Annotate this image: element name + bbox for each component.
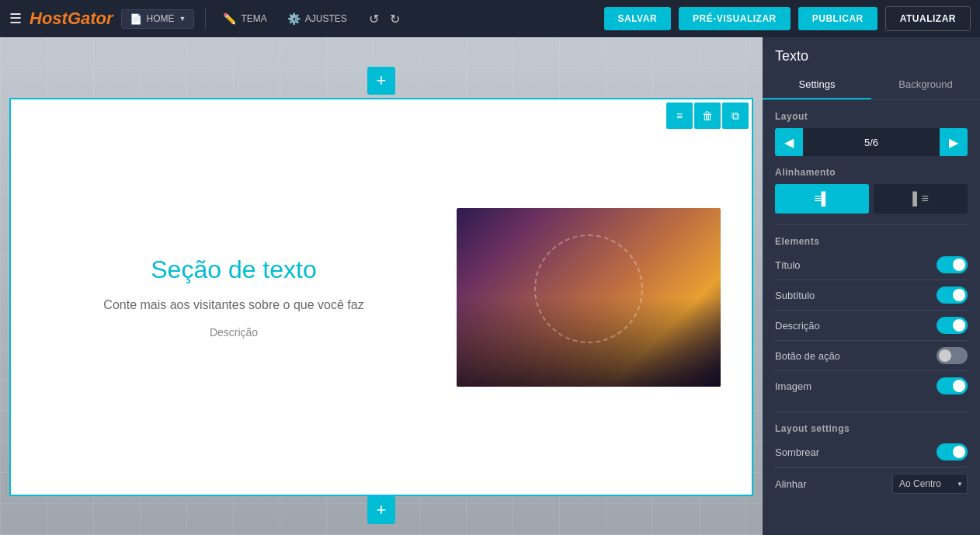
section-image [457, 208, 721, 387]
align-right-text-icon: ▌≡ [912, 192, 929, 206]
toggle-titulo[interactable] [937, 256, 968, 273]
section-title: Seção de texto [151, 255, 316, 284]
align-left-text-button[interactable]: ≡▌ [775, 184, 869, 214]
layout-section: Layout ◀ 5/6 ▶ [763, 100, 980, 167]
align-right-text-button[interactable]: ▌≡ [874, 184, 968, 214]
brush-icon: ✏️ [223, 12, 236, 25]
element-row-imagem: Imagem [775, 371, 968, 401]
salvar-button[interactable]: SALVAR [604, 7, 672, 30]
add-section-top-button[interactable]: + [367, 67, 395, 95]
alinhar-select-wrapper: Ao Centro À Esquerda À Direita ▼ [892, 474, 968, 494]
panel-tabs: Settings Background [763, 71, 980, 100]
atualizar-button[interactable]: ATUALIZAR [885, 6, 971, 31]
element-titulo-label: Título [775, 259, 801, 271]
undo-redo: ↺ ↻ [364, 10, 405, 28]
toggle-descricao[interactable] [937, 317, 968, 334]
layout-nav: ◀ 5/6 ▶ [775, 128, 968, 156]
publicar-button[interactable]: PUBLICAR [798, 7, 877, 30]
section-text-area: Seção de texto Conte mais aos visitantes… [42, 255, 457, 339]
alignment-label: Alinhamento [775, 167, 968, 178]
element-row-subtitulo: Subtítulo [775, 280, 968, 311]
section-delete-button[interactable]: 🗑 [694, 102, 721, 129]
toggle-subtitulo[interactable] [937, 287, 968, 304]
tema-button[interactable]: ✏️ TEMA [217, 9, 273, 28]
doc-icon: 📄 [130, 13, 142, 25]
layout-next-button[interactable]: ▶ [940, 128, 968, 156]
canvas-area: + ≡ 🗑 ⧉ Seção de texto Conte mais aos vi… [0, 37, 763, 535]
page-label: HOME [147, 13, 175, 24]
section-container: ≡ 🗑 ⧉ Seção de texto Conte mais aos visi… [9, 98, 753, 496]
align-left-text-icon: ≡▌ [814, 192, 830, 206]
hamburger-icon[interactable]: ☰ [9, 10, 22, 27]
tab-settings[interactable]: Settings [763, 71, 871, 99]
section-toolbar: ≡ 🗑 ⧉ [666, 102, 749, 129]
layout-label: Layout [775, 111, 968, 122]
alignment-row: ≡▌ ▌≡ [775, 184, 968, 214]
tab-background[interactable]: Background [871, 71, 980, 99]
element-row-titulo: Título [775, 250, 968, 280]
layout-settings-section: Layout settings Sombrear Alinhar Ao Cent… [763, 412, 980, 511]
section-content: Seção de texto Conte mais aos visitantes… [11, 99, 752, 495]
main-area: + ≡ 🗑 ⧉ Seção de texto Conte mais aos vi… [0, 37, 980, 535]
section-duplicate-button[interactable]: ⧉ [722, 102, 749, 129]
ajustes-button[interactable]: ⚙️ AJUSTES [281, 9, 353, 28]
page-selector[interactable]: 📄 HOME ▼ [121, 9, 195, 29]
element-row-botao: Botão de ação [775, 341, 968, 371]
element-row-descricao: Descrição [775, 311, 968, 341]
chevron-down-icon: ▼ [179, 15, 186, 23]
right-panel: Texto Settings Background Layout ◀ 5/6 ▶… [763, 37, 980, 535]
topnav: ☰ HostGator 📄 HOME ▼ ✏️ TEMA ⚙️ AJUSTES … [0, 0, 980, 37]
layout-value: 5/6 [803, 137, 940, 148]
alignment-section: Alinhamento ≡▌ ▌≡ [763, 167, 980, 224]
undo-button[interactable]: ↺ [364, 10, 384, 28]
sombrear-label: Sombrear [775, 446, 819, 458]
elements-label: Elements [775, 236, 968, 247]
sombrear-row: Sombrear [775, 437, 968, 467]
logo: HostGator [30, 9, 113, 29]
nav-divider [205, 8, 206, 30]
gear-icon: ⚙️ [287, 12, 301, 25]
section-description: Descrição [210, 326, 258, 339]
element-imagem-label: Imagem [775, 380, 811, 392]
alinhar-row: Alinhar Ao Centro À Esquerda À Direita ▼ [775, 467, 968, 500]
layout-prev-button[interactable]: ◀ [775, 128, 803, 156]
redo-button[interactable]: ↻ [385, 10, 405, 28]
add-section-bottom-button[interactable]: + [367, 496, 395, 524]
section-subtitle: Conte mais aos visitantes sobre o que vo… [103, 298, 363, 312]
elements-section: Elements Título Subtítulo Descrição [763, 225, 980, 412]
layout-settings-label: Layout settings [775, 423, 968, 434]
preview-button[interactable]: PRÉ-VISUALIZAR [679, 7, 791, 30]
panel-title: Texto [763, 37, 980, 71]
toggle-imagem[interactable] [937, 377, 968, 394]
toggle-botao[interactable] [937, 347, 968, 364]
alinhar-label: Alinhar [775, 478, 806, 490]
element-descricao-label: Descrição [775, 320, 820, 332]
alinhar-select[interactable]: Ao Centro À Esquerda À Direita [892, 474, 968, 494]
image-arc [534, 234, 643, 343]
element-botao-label: Botão de ação [775, 350, 840, 362]
toggle-sombrear[interactable] [937, 443, 968, 460]
element-subtitulo-label: Subtítulo [775, 290, 815, 301]
section-menu-button[interactable]: ≡ [666, 102, 693, 129]
